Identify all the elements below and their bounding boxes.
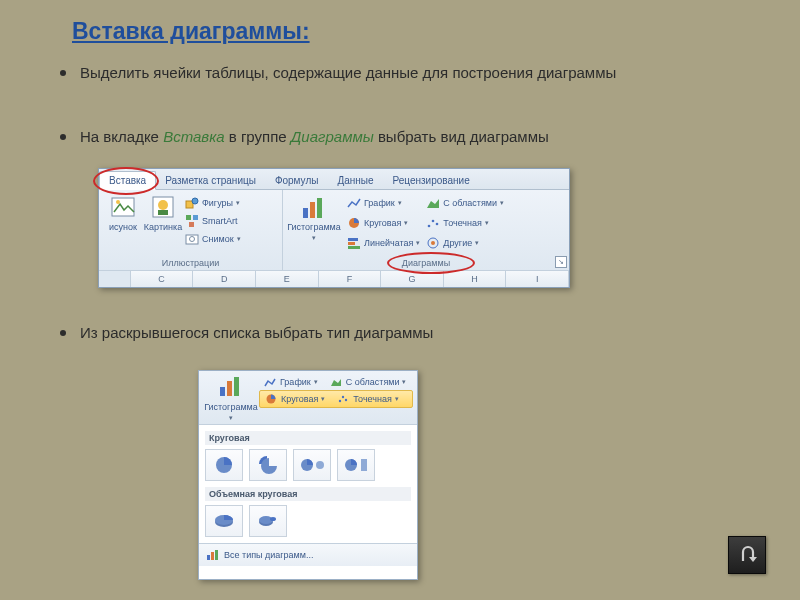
bullet-2: На вкладке Вставка в группе Диаграммы вы… xyxy=(60,128,549,145)
bullet-2-text: На вкладке Вставка в группе Диаграммы вы… xyxy=(80,128,549,145)
shapes-label: Фигуры xyxy=(202,198,233,208)
all-chart-types-button[interactable]: Все типы диаграмм... xyxy=(199,543,417,566)
tab-insert[interactable]: Вставка xyxy=(99,171,156,190)
svg-rect-43 xyxy=(207,555,210,560)
col-header[interactable]: C xyxy=(131,271,194,287)
column-chart-button[interactable]: Гистограмма ▾ xyxy=(287,194,341,252)
svg-point-6 xyxy=(192,198,198,204)
emphasis-insert: Вставка xyxy=(163,128,224,145)
svg-point-24 xyxy=(431,241,435,245)
text-fragment: выбрать вид диаграммы xyxy=(374,128,549,145)
pie-chart-icon xyxy=(347,216,361,230)
line-chart-icon xyxy=(347,196,361,210)
pie3d-type-exploded[interactable] xyxy=(249,505,287,537)
svg-point-22 xyxy=(436,223,439,226)
scatter-chart-label: Точечная xyxy=(353,394,392,404)
ribbon-body: исунок Картинка Фигуры▾ SmartArt xyxy=(99,190,569,270)
pie-type-1[interactable] xyxy=(205,449,243,481)
pie-2d-grid xyxy=(205,449,411,481)
other-charts-button[interactable]: Другие▾ xyxy=(426,234,504,252)
pie3d-type-1[interactable] xyxy=(205,505,243,537)
tab-data[interactable]: Данные xyxy=(328,172,383,189)
line-chart-label: График xyxy=(280,377,311,387)
nav-back-button[interactable] xyxy=(728,536,766,574)
svg-rect-4 xyxy=(158,210,168,215)
smartart-button[interactable]: SmartArt xyxy=(185,212,241,230)
other-charts-label: Другие xyxy=(443,238,472,248)
all-charts-icon xyxy=(205,548,219,562)
line-chart-label: График xyxy=(364,198,395,208)
bullet-dot-icon xyxy=(60,70,66,76)
svg-rect-14 xyxy=(317,198,322,218)
screenshot-button[interactable]: Снимок▾ xyxy=(185,230,241,248)
group-charts: Гистограмма ▾ График▾ Круговая▾ Линейчат… xyxy=(283,190,569,270)
svg-point-31 xyxy=(342,396,344,398)
col-header[interactable]: D xyxy=(193,271,256,287)
pie-chart-button[interactable]: Круговая▾ xyxy=(347,214,420,232)
col-header[interactable]: G xyxy=(381,271,444,287)
line-chart-button[interactable]: График▾ xyxy=(347,194,420,212)
pie-type-exploded[interactable] xyxy=(249,449,287,481)
svg-marker-46 xyxy=(749,557,757,562)
shapes-button[interactable]: Фигуры▾ xyxy=(185,194,241,212)
svg-rect-27 xyxy=(234,377,239,396)
svg-point-30 xyxy=(339,400,341,402)
dropdown-body: Круговая Объемная круговая xyxy=(199,425,417,537)
line-chart-button[interactable]: График▾ С областями▾ xyxy=(259,374,413,390)
svg-point-3 xyxy=(158,200,168,210)
svg-point-42 xyxy=(270,517,276,521)
all-chart-types-label: Все типы диаграмм... xyxy=(224,550,313,560)
col-corner xyxy=(99,271,131,287)
dialog-launcher-icon[interactable]: ↘ xyxy=(555,256,567,268)
bar-chart-button[interactable]: Линейчатая▾ xyxy=(347,234,420,252)
svg-rect-16 xyxy=(348,238,358,241)
col-header[interactable]: H xyxy=(444,271,507,287)
group-illustrations: исунок Картинка Фигуры▾ SmartArt xyxy=(99,190,283,270)
pie-chart-button-active[interactable]: Круговая▾ Точечная▾ xyxy=(259,390,413,408)
svg-rect-37 xyxy=(361,459,367,471)
tab-review[interactable]: Рецензирование xyxy=(384,172,480,189)
svg-point-20 xyxy=(428,225,431,228)
text-fragment: На вкладке xyxy=(80,128,163,145)
picture-button[interactable]: исунок xyxy=(103,194,143,232)
area-chart-icon xyxy=(426,196,440,210)
pie-chart-label: Круговая xyxy=(364,218,401,228)
bullet-3: Из раскрывшегося списка выбрать тип диаг… xyxy=(60,324,433,341)
bullet-dot-icon xyxy=(60,134,66,140)
svg-rect-12 xyxy=(303,208,308,218)
col-header[interactable]: E xyxy=(256,271,319,287)
clipart-button[interactable]: Картинка xyxy=(143,194,183,232)
svg-point-1 xyxy=(116,200,120,204)
area-chart-button[interactable]: С областями▾ xyxy=(426,194,504,212)
column-chart-icon xyxy=(218,374,244,400)
picture-icon xyxy=(110,194,136,220)
bullet-1: Выделить ячейки таблицы, содержащие данн… xyxy=(60,64,616,81)
tab-formulas[interactable]: Формулы xyxy=(266,172,329,189)
area-chart-label: С областями xyxy=(443,198,497,208)
svg-rect-17 xyxy=(348,242,355,245)
column-headers: C D E F G H I xyxy=(99,270,569,287)
col-header[interactable]: I xyxy=(506,271,569,287)
svg-point-21 xyxy=(432,220,435,223)
scatter-chart-button[interactable]: Точечная▾ xyxy=(426,214,504,232)
screenshot-icon xyxy=(185,232,199,246)
column-chart-label: Гистограмма xyxy=(287,222,341,232)
col-header[interactable]: F xyxy=(319,271,382,287)
column-chart-button[interactable]: Гистограмма ▾ xyxy=(203,374,259,424)
section-pie-2d: Круговая xyxy=(205,431,411,445)
svg-rect-45 xyxy=(215,550,218,560)
text-fragment: в группе xyxy=(225,128,291,145)
svg-rect-26 xyxy=(227,381,232,396)
tab-page-layout[interactable]: Разметка страницы xyxy=(156,172,266,189)
svg-rect-9 xyxy=(189,222,194,227)
column-chart-label: Гистограмма xyxy=(204,402,258,412)
pie-chart-icon xyxy=(264,392,278,406)
svg-rect-44 xyxy=(211,552,214,560)
pie-type-bar-of-pie[interactable] xyxy=(337,449,375,481)
bar-chart-icon xyxy=(347,236,361,250)
pie-type-of-pie[interactable] xyxy=(293,449,331,481)
svg-point-35 xyxy=(316,461,324,469)
svg-marker-28 xyxy=(331,379,341,386)
bar-chart-label: Линейчатая xyxy=(364,238,413,248)
svg-rect-8 xyxy=(193,215,198,220)
